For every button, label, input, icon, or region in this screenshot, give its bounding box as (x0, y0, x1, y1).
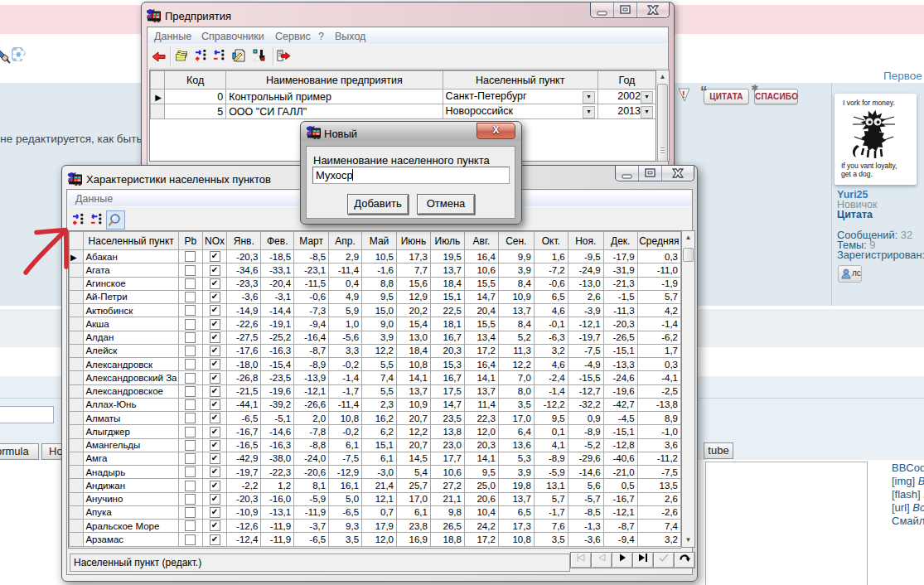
svg-text:!: ! (682, 89, 685, 99)
